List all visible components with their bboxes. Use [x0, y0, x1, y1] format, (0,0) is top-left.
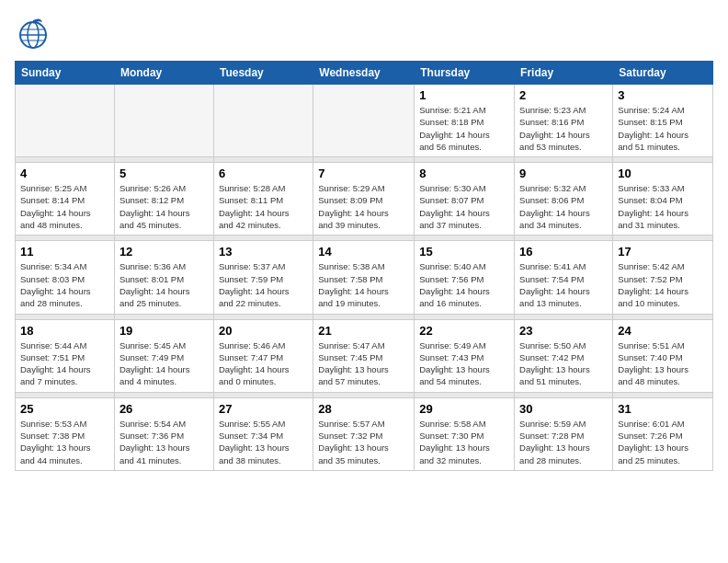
day-info: Sunrise: 5:59 AM Sunset: 7:28 PM Dayligh… [519, 418, 608, 466]
day-number: 4 [20, 167, 109, 180]
day-number: 29 [419, 402, 509, 416]
day-info: Sunrise: 5:40 AM Sunset: 7:56 PM Dayligh… [419, 260, 509, 309]
calendar-header-saturday: Saturday [613, 62, 713, 85]
day-number: 22 [419, 324, 509, 338]
calendar-cell: 5Sunrise: 5:26 AM Sunset: 8:12 PM Daylig… [114, 163, 213, 236]
day-info: Sunrise: 5:32 AM Sunset: 8:06 PM Dayligh… [519, 182, 608, 231]
calendar-cell: 15Sunrise: 5:40 AM Sunset: 7:56 PM Dayli… [415, 241, 515, 314]
calendar-header-tuesday: Tuesday [213, 62, 313, 85]
day-info: Sunrise: 5:50 AM Sunset: 7:42 PM Dayligh… [519, 339, 608, 388]
day-info: Sunrise: 5:30 AM Sunset: 8:07 PM Dayligh… [419, 182, 509, 231]
day-number: 31 [618, 402, 708, 416]
calendar-cell: 29Sunrise: 5:58 AM Sunset: 7:30 PM Dayli… [415, 397, 515, 470]
calendar-cell: 30Sunrise: 5:59 AM Sunset: 7:28 PM Dayli… [515, 397, 613, 470]
day-info: Sunrise: 5:36 AM Sunset: 8:01 PM Dayligh… [119, 260, 209, 309]
day-number: 7 [318, 167, 409, 180]
calendar-week-1: 1Sunrise: 5:21 AM Sunset: 8:18 PM Daylig… [16, 85, 713, 157]
day-info: Sunrise: 5:33 AM Sunset: 8:04 PM Dayligh… [618, 182, 708, 231]
calendar-week-4: 18Sunrise: 5:44 AM Sunset: 7:51 PM Dayli… [16, 319, 713, 392]
day-info: Sunrise: 5:45 AM Sunset: 7:49 PM Dayligh… [119, 339, 209, 388]
calendar-cell: 25Sunrise: 5:53 AM Sunset: 7:38 PM Dayli… [16, 397, 115, 470]
calendar-cell: 8Sunrise: 5:30 AM Sunset: 8:07 PM Daylig… [415, 163, 515, 236]
calendar-cell: 22Sunrise: 5:49 AM Sunset: 7:43 PM Dayli… [415, 319, 515, 392]
day-info: Sunrise: 5:23 AM Sunset: 8:16 PM Dayligh… [519, 104, 608, 153]
logo-icon [15, 15, 51, 52]
calendar-cell: 7Sunrise: 5:29 AM Sunset: 8:09 PM Daylig… [313, 163, 415, 236]
calendar-cell: 10Sunrise: 5:33 AM Sunset: 8:04 PM Dayli… [613, 163, 713, 236]
logo [15, 15, 55, 52]
calendar-cell [16, 85, 115, 157]
calendar-header-wednesday: Wednesday [313, 62, 415, 85]
calendar-cell: 4Sunrise: 5:25 AM Sunset: 8:14 PM Daylig… [16, 163, 115, 236]
calendar-cell: 16Sunrise: 5:41 AM Sunset: 7:54 PM Dayli… [515, 241, 613, 314]
day-number: 15 [419, 245, 509, 259]
day-info: Sunrise: 5:21 AM Sunset: 8:18 PM Dayligh… [419, 104, 509, 153]
day-number: 8 [419, 167, 509, 180]
day-number: 6 [219, 167, 308, 180]
calendar-cell: 21Sunrise: 5:47 AM Sunset: 7:45 PM Dayli… [313, 319, 415, 392]
calendar-cell: 28Sunrise: 5:57 AM Sunset: 7:32 PM Dayli… [313, 397, 415, 470]
calendar-cell [213, 85, 313, 157]
calendar-cell: 3Sunrise: 5:24 AM Sunset: 8:15 PM Daylig… [613, 85, 713, 157]
page-header [15, 15, 713, 52]
calendar-cell: 12Sunrise: 5:36 AM Sunset: 8:01 PM Dayli… [114, 241, 213, 314]
calendar-header-thursday: Thursday [415, 62, 515, 85]
calendar-cell: 19Sunrise: 5:45 AM Sunset: 7:49 PM Dayli… [114, 319, 213, 392]
day-info: Sunrise: 5:41 AM Sunset: 7:54 PM Dayligh… [519, 260, 608, 309]
day-number: 19 [119, 324, 209, 338]
day-number: 3 [618, 88, 708, 102]
day-info: Sunrise: 5:28 AM Sunset: 8:11 PM Dayligh… [219, 182, 308, 231]
day-info: Sunrise: 5:34 AM Sunset: 8:03 PM Dayligh… [20, 260, 109, 309]
day-info: Sunrise: 5:57 AM Sunset: 7:32 PM Dayligh… [318, 418, 409, 466]
day-number: 16 [519, 245, 608, 259]
calendar-header-sunday: Sunday [16, 62, 115, 85]
day-info: Sunrise: 5:53 AM Sunset: 7:38 PM Dayligh… [20, 418, 109, 466]
day-info: Sunrise: 5:55 AM Sunset: 7:34 PM Dayligh… [219, 418, 308, 466]
calendar-week-2: 4Sunrise: 5:25 AM Sunset: 8:14 PM Daylig… [16, 163, 713, 236]
day-info: Sunrise: 5:54 AM Sunset: 7:36 PM Dayligh… [119, 418, 209, 466]
calendar-cell: 20Sunrise: 5:46 AM Sunset: 7:47 PM Dayli… [213, 319, 313, 392]
day-number: 21 [318, 324, 409, 338]
day-number: 10 [618, 167, 708, 180]
day-info: Sunrise: 5:29 AM Sunset: 8:09 PM Dayligh… [318, 182, 409, 231]
day-info: Sunrise: 5:49 AM Sunset: 7:43 PM Dayligh… [419, 339, 509, 388]
day-number: 20 [219, 324, 308, 338]
day-number: 30 [519, 402, 608, 416]
calendar-cell: 17Sunrise: 5:42 AM Sunset: 7:52 PM Dayli… [613, 241, 713, 314]
day-number: 23 [519, 324, 608, 338]
day-number: 9 [519, 167, 608, 180]
day-number: 18 [20, 324, 109, 338]
calendar-cell [313, 85, 415, 157]
calendar-cell: 9Sunrise: 5:32 AM Sunset: 8:06 PM Daylig… [515, 163, 613, 236]
calendar-cell: 26Sunrise: 5:54 AM Sunset: 7:36 PM Dayli… [114, 397, 213, 470]
day-number: 14 [318, 245, 409, 259]
calendar-cell: 2Sunrise: 5:23 AM Sunset: 8:16 PM Daylig… [515, 85, 613, 157]
day-number: 28 [318, 402, 409, 416]
day-number: 12 [119, 245, 209, 259]
day-number: 11 [20, 245, 109, 259]
day-info: Sunrise: 5:24 AM Sunset: 8:15 PM Dayligh… [618, 104, 708, 153]
calendar-cell [114, 85, 213, 157]
day-info: Sunrise: 5:51 AM Sunset: 7:40 PM Dayligh… [618, 339, 708, 388]
day-info: Sunrise: 5:47 AM Sunset: 7:45 PM Dayligh… [318, 339, 409, 388]
calendar-cell: 23Sunrise: 5:50 AM Sunset: 7:42 PM Dayli… [515, 319, 613, 392]
day-number: 1 [419, 88, 509, 102]
day-info: Sunrise: 5:42 AM Sunset: 7:52 PM Dayligh… [618, 260, 708, 309]
day-info: Sunrise: 6:01 AM Sunset: 7:26 PM Dayligh… [618, 418, 708, 466]
day-number: 17 [618, 245, 708, 259]
calendar-header-monday: Monday [114, 62, 213, 85]
day-info: Sunrise: 5:26 AM Sunset: 8:12 PM Dayligh… [119, 182, 209, 231]
day-info: Sunrise: 5:38 AM Sunset: 7:58 PM Dayligh… [318, 260, 409, 309]
day-info: Sunrise: 5:44 AM Sunset: 7:51 PM Dayligh… [20, 339, 109, 388]
day-number: 2 [519, 88, 608, 102]
calendar-week-5: 25Sunrise: 5:53 AM Sunset: 7:38 PM Dayli… [16, 397, 713, 470]
day-number: 24 [618, 324, 708, 338]
calendar-cell: 13Sunrise: 5:37 AM Sunset: 7:59 PM Dayli… [213, 241, 313, 314]
calendar-cell: 31Sunrise: 6:01 AM Sunset: 7:26 PM Dayli… [613, 397, 713, 470]
calendar-cell: 14Sunrise: 5:38 AM Sunset: 7:58 PM Dayli… [313, 241, 415, 314]
day-info: Sunrise: 5:46 AM Sunset: 7:47 PM Dayligh… [219, 339, 308, 388]
calendar-week-3: 11Sunrise: 5:34 AM Sunset: 8:03 PM Dayli… [16, 241, 713, 314]
day-info: Sunrise: 5:58 AM Sunset: 7:30 PM Dayligh… [419, 418, 509, 466]
calendar-cell: 24Sunrise: 5:51 AM Sunset: 7:40 PM Dayli… [613, 319, 713, 392]
day-number: 13 [219, 245, 308, 259]
